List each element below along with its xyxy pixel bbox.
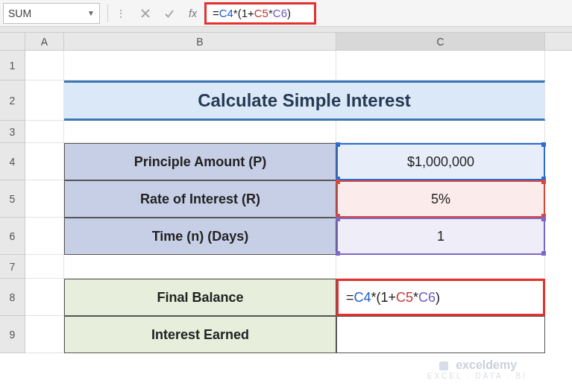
- title-cell[interactable]: Calculate Simple Interest: [64, 80, 545, 121]
- cell-C5[interactable]: 5%: [336, 180, 545, 218]
- cell-A6[interactable]: [25, 218, 64, 255]
- chevron-down-icon[interactable]: ▼: [87, 9, 95, 17]
- cell-A4[interactable]: [25, 143, 64, 180]
- watermark: exceldemy EXCEL · DATA · BI: [427, 358, 527, 380]
- cell-C8-active[interactable]: =C4*(1+C5*C6): [336, 279, 545, 316]
- formula-bar: SUM ▼ ⋮ fx =C4*(1+C5*C6): [0, 0, 572, 27]
- cell-A8[interactable]: [25, 279, 64, 316]
- cells-area: Calculate Simple Interest Principle Amou…: [25, 51, 545, 353]
- fx-label[interactable]: fx: [189, 7, 197, 19]
- formula-text: =C4*(1+C5*C6): [213, 7, 291, 19]
- cell-B7[interactable]: [64, 255, 336, 279]
- col-header-C[interactable]: C: [336, 33, 545, 50]
- select-all-corner[interactable]: [0, 33, 25, 50]
- name-box-value: SUM: [8, 7, 31, 19]
- cell-A9[interactable]: [25, 316, 64, 353]
- svg-rect-2: [439, 361, 448, 370]
- cell-C4[interactable]: $1,000,000: [336, 143, 545, 180]
- cell-C9[interactable]: [336, 316, 545, 353]
- label-final-balance[interactable]: Final Balance: [64, 279, 336, 316]
- formula-input[interactable]: =C4*(1+C5*C6): [204, 2, 316, 25]
- row-header-3[interactable]: 3: [0, 121, 25, 143]
- label-interest-earned[interactable]: Interest Earned: [64, 316, 336, 353]
- separator: [107, 4, 108, 22]
- label-principle[interactable]: Principle Amount (P): [64, 143, 336, 180]
- label-time[interactable]: Time (n) (Days): [64, 218, 336, 255]
- row-header-1[interactable]: 1: [0, 51, 25, 80]
- cell-C7[interactable]: [336, 255, 545, 279]
- more-icon: ⋮: [116, 7, 126, 19]
- row-header-8[interactable]: 8: [0, 279, 25, 316]
- label-rate[interactable]: Rate of Interest (R): [64, 180, 336, 218]
- col-header-B[interactable]: B: [64, 33, 336, 50]
- row-header-6[interactable]: 6: [0, 218, 25, 255]
- cell-C8-formula: =C4*(1+C5*C6): [346, 290, 440, 306]
- cell-A2[interactable]: [25, 80, 64, 121]
- row-header-5[interactable]: 5: [0, 180, 25, 218]
- cell-A1[interactable]: [25, 51, 64, 80]
- row-header-4[interactable]: 4: [0, 143, 25, 180]
- name-box[interactable]: SUM ▼: [3, 3, 100, 24]
- cell-A7[interactable]: [25, 255, 64, 279]
- cell-A3[interactable]: [25, 121, 64, 143]
- cell-A5[interactable]: [25, 180, 64, 218]
- row-header-7[interactable]: 7: [0, 255, 25, 279]
- cancel-icon[interactable]: [135, 3, 156, 24]
- cell-C1[interactable]: [336, 51, 545, 80]
- cell-B3[interactable]: [64, 121, 336, 143]
- row-header-9[interactable]: 9: [0, 316, 25, 353]
- col-header-A[interactable]: A: [25, 33, 64, 50]
- row-headers: 1 2 3 4 5 6 7 8 9: [0, 51, 25, 353]
- grid-body: 1 2 3 4 5 6 7 8 9 Calculate Simple Inter…: [0, 51, 572, 353]
- cell-C6[interactable]: 1: [336, 218, 545, 255]
- ribbon-edge: [0, 27, 572, 33]
- cell-B1[interactable]: [64, 51, 336, 80]
- enter-icon[interactable]: [159, 3, 180, 24]
- column-headers: A B C: [0, 33, 572, 51]
- cell-C3[interactable]: [336, 121, 545, 143]
- row-header-2[interactable]: 2: [0, 80, 25, 121]
